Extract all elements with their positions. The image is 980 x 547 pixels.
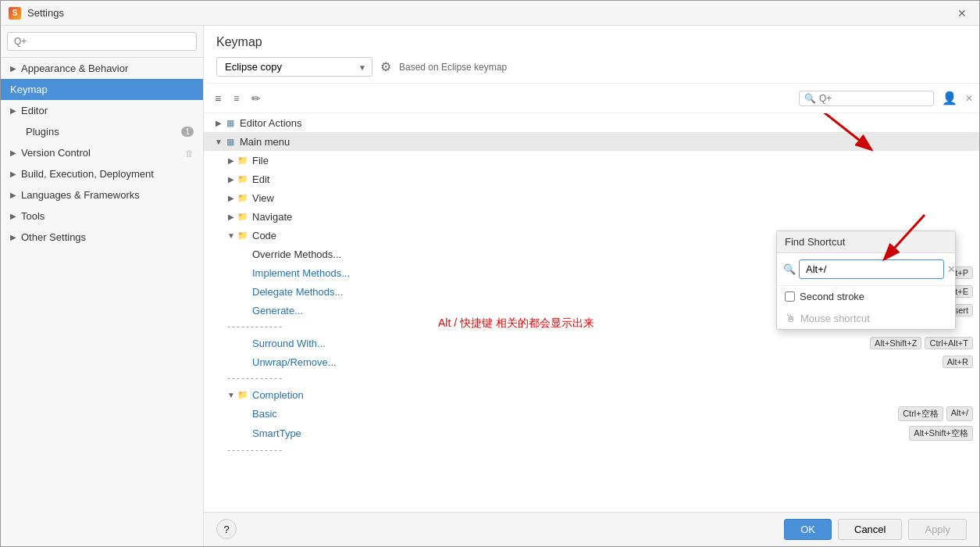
collapse-arrow-icon: ▼	[213, 138, 224, 146]
cancel-button[interactable]: Cancel	[838, 519, 902, 540]
search-box: 🔍	[799, 91, 934, 106]
grid-icon: ▦	[224, 135, 237, 148]
shortcut-badges: Alt+Shift+Z Ctrl+Alt+T	[870, 337, 973, 349]
tree-row[interactable]: Basic Ctrl+空格 Alt+/	[204, 404, 979, 424]
keymap-toolbar: ≡ ≡ ✏ 🔍 👤 ✕	[204, 84, 979, 113]
tree-row[interactable]: ▶ 📁 File	[204, 151, 979, 170]
sidebar-search-area	[1, 26, 203, 58]
window-title: Settings	[27, 7, 64, 19]
collapse-arrow-icon: ▼	[226, 391, 237, 399]
arrow-icon: ▶	[10, 64, 16, 73]
delete-icon: 🗑	[185, 148, 194, 158]
sidebar-item-appearance[interactable]: ▶ Appearance & Behavior	[1, 58, 203, 79]
sidebar-item-label: Languages & Frameworks	[21, 189, 140, 201]
sidebar-item-vcs[interactable]: ▶ Version Control 🗑	[1, 142, 203, 163]
gear-icon[interactable]: ⚙	[380, 59, 391, 74]
tree-row[interactable]: ▶ 📁 View	[204, 188, 979, 207]
sidebar-item-label: Editor	[21, 105, 48, 116]
tree-node-label: Editor Actions	[240, 117, 973, 129]
collapse-arrow-icon: ▶	[213, 119, 224, 127]
popup-title: Find Shortcut	[777, 231, 955, 253]
sidebar-item-label: Appearance & Behavior	[21, 63, 128, 74]
tree-node-label: Unwrap/Remove...	[252, 356, 943, 368]
tree-node-label: Edit	[252, 173, 973, 185]
shortcut-badges: Alt+R	[943, 356, 973, 368]
tree-row[interactable]: SmartType Alt+Shift+空格	[204, 424, 979, 443]
mouse-shortcut-row: 🖱 Mouse shortcut	[777, 307, 955, 329]
help-button[interactable]: ?	[216, 519, 237, 539]
tree-row[interactable]: ▼ 📁 Completion	[204, 385, 979, 404]
sidebar-item-editor[interactable]: ▶ Editor	[1, 100, 203, 121]
apply-button[interactable]: Apply	[908, 519, 967, 540]
folder-icon: 📁	[237, 191, 249, 204]
collapse-arrow-icon: ▶	[226, 156, 237, 165]
expand-all-button[interactable]: ≡	[210, 90, 226, 107]
find-shortcut-button[interactable]: 👤	[937, 88, 962, 108]
second-stroke-label: Second stroke	[800, 291, 864, 302]
keymap-description: Based on Eclipse keymap	[399, 62, 507, 73]
shortcut-badges: Ctrl+空格 Alt+/	[898, 406, 973, 421]
title-bar: S Settings ✕	[1, 1, 979, 26]
sidebar-item-label: Other Settings	[21, 231, 86, 243]
arrow-icon: ▶	[10, 191, 16, 199]
close-search-button[interactable]: ✕	[965, 93, 973, 104]
sidebar-item-plugins[interactable]: Plugins 1	[1, 121, 203, 142]
edit-button[interactable]: ✏	[247, 90, 265, 107]
close-button[interactable]: ✕	[953, 5, 971, 21]
arrow-icon: ▶	[10, 170, 16, 178]
tree-row[interactable]: Surround With... Alt+Shift+Z Ctrl+Alt+T	[204, 334, 979, 352]
shortcut-badge: Ctrl+空格	[898, 406, 943, 421]
tree-node-label: SmartType	[252, 427, 909, 439]
sidebar-item-label: Keymap	[10, 84, 48, 95]
folder-icon: 📁	[237, 154, 249, 166]
sidebar-item-build[interactable]: ▶ Build, Execution, Deployment	[1, 163, 203, 184]
sidebar: ▶ Appearance & Behavior Keymap ▶ Editor …	[1, 26, 204, 546]
second-stroke-checkbox[interactable]	[785, 291, 795, 302]
tree-search-input[interactable]	[819, 93, 928, 104]
collapse-all-button[interactable]: ≡	[229, 91, 244, 106]
tree-node-label: Main menu	[240, 136, 973, 148]
folder-icon: 📁	[237, 229, 249, 241]
app-icon: S	[9, 7, 21, 20]
tree-node-label: View	[252, 192, 973, 204]
tree-node-label: Navigate	[252, 211, 973, 223]
tree-separator: ------------	[204, 443, 979, 457]
tree-row[interactable]: ▶ ▦ Editor Actions	[204, 113, 979, 132]
tree-node-label: Surround With...	[252, 338, 870, 349]
sidebar-item-keymap[interactable]: Keymap	[1, 79, 203, 100]
sidebar-item-label: Plugins	[26, 126, 59, 138]
ok-button[interactable]: OK	[784, 519, 832, 540]
tree-row[interactable]: ▶ 📁 Edit	[204, 170, 979, 188]
sidebar-item-tools[interactable]: ▶ Tools	[1, 206, 203, 227]
keymap-select-wrapper: Eclipse copy	[216, 57, 372, 77]
sidebar-item-other[interactable]: ▶ Other Settings	[1, 227, 203, 248]
shortcut-badge: Alt+R	[943, 356, 973, 368]
keymap-row: Eclipse copy ⚙ Based on Eclipse keymap	[216, 57, 967, 77]
clear-input-button[interactable]: ✕	[947, 263, 956, 275]
sidebar-search-input[interactable]	[7, 32, 197, 51]
main-content: ▶ Appearance & Behavior Keymap ▶ Editor …	[1, 26, 979, 546]
popup-input-row: 🔍 ✕	[777, 253, 955, 286]
shortcut-input[interactable]	[799, 259, 944, 279]
shortcut-badges: Alt+Shift+空格	[909, 426, 973, 441]
sidebar-item-label: Version Control	[21, 147, 91, 159]
shortcut-badge: Alt+/	[946, 406, 973, 421]
tree-row[interactable]: Unwrap/Remove... Alt+R	[204, 352, 979, 371]
arrow-icon: ▶	[10, 148, 16, 157]
tree-node-label: File	[252, 155, 973, 166]
search-icon: 🔍	[783, 263, 796, 275]
mouse-icon: 🖱	[785, 312, 796, 324]
tree-node-label: Basic	[252, 408, 898, 420]
folder-icon: 📁	[237, 210, 249, 223]
sidebar-item-languages[interactable]: ▶ Languages & Frameworks	[1, 184, 203, 206]
tree-node-label: Completion	[252, 389, 973, 401]
search-icon: 🔍	[804, 93, 816, 104]
keymap-select[interactable]: Eclipse copy	[216, 57, 372, 77]
sidebar-item-label: Tools	[21, 210, 45, 222]
folder-icon: 📁	[237, 173, 249, 185]
tree-row[interactable]: ▶ 📁 Navigate	[204, 207, 979, 226]
grid-icon: ▦	[224, 116, 237, 129]
arrow-icon: ▶	[10, 106, 16, 115]
tree-row[interactable]: ▼ ▦ Main menu	[204, 132, 979, 151]
folder-icon: 📁	[237, 388, 249, 401]
